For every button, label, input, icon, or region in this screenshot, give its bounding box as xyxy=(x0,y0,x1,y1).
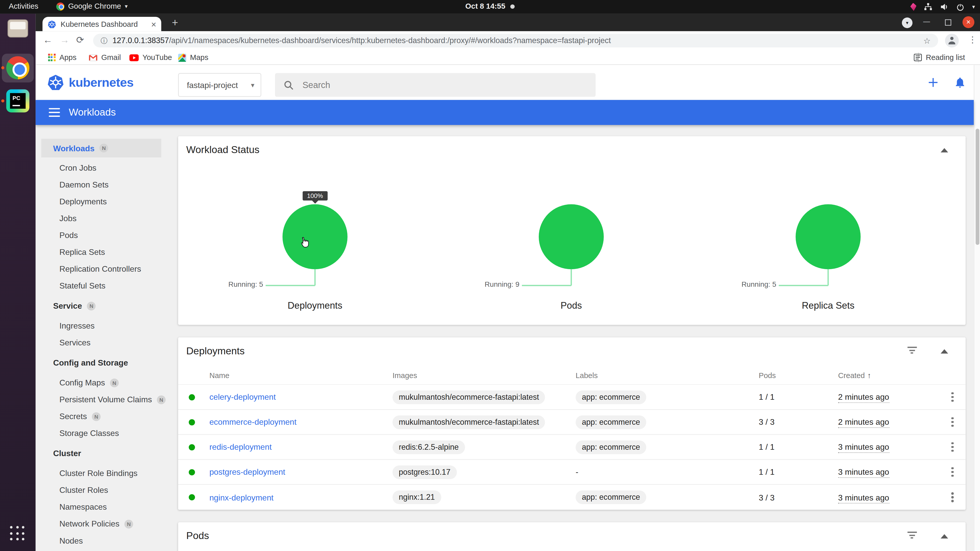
sidebar-item-config-maps[interactable]: Config MapsN xyxy=(36,374,178,391)
sidebar-item-replication-controllers[interactable]: Replication Controllers xyxy=(36,260,178,277)
sidebar-item-cluster-roles[interactable]: Cluster Roles xyxy=(36,482,178,499)
gmail-icon xyxy=(89,54,97,61)
bookmark-gmail[interactable]: Gmail xyxy=(89,50,121,65)
filter-icon[interactable] xyxy=(907,532,917,540)
workload-chart-pods[interactable]: Running: 9 Pods xyxy=(496,161,646,318)
search-bar[interactable] xyxy=(275,73,596,97)
sidebar-item-storage-classes[interactable]: Storage Classes xyxy=(36,425,178,441)
page-scrollbar[interactable] xyxy=(974,65,980,551)
namespace-selector[interactable]: fastapi-project ▾ xyxy=(178,73,261,97)
status-ok-icon xyxy=(189,394,195,400)
maps-icon xyxy=(178,53,186,62)
sidebar-item-stateful-sets[interactable]: Stateful Sets xyxy=(36,277,178,294)
files-app-icon[interactable] xyxy=(7,19,28,38)
show-applications-button[interactable] xyxy=(10,526,25,541)
url-bar[interactable]: ⓘ 127.0.0.1:38357/api/v1/namespaces/kube… xyxy=(93,34,938,48)
search-icon xyxy=(284,79,294,90)
tab-close-icon[interactable]: × xyxy=(151,20,156,28)
created-age: 3 minutes ago xyxy=(838,492,889,503)
deployments-pie[interactable] xyxy=(283,204,348,269)
search-input[interactable] xyxy=(302,80,587,90)
profile-avatar[interactable] xyxy=(945,34,959,48)
pycharm-app-icon[interactable]: PC xyxy=(6,89,29,113)
pods-count: 1 / 1 xyxy=(759,392,838,402)
sidebar-item-service[interactable]: ServiceN xyxy=(36,297,178,314)
deployment-link[interactable]: redis-deployment xyxy=(209,442,272,452)
sidebar-item-cron-jobs[interactable]: Cron Jobs xyxy=(36,159,178,176)
kebab-menu-icon[interactable] xyxy=(948,467,958,477)
kebab-menu-icon[interactable] xyxy=(948,442,958,452)
deployment-link[interactable]: postgres-deployment xyxy=(209,467,285,477)
kebab-menu-icon[interactable] xyxy=(948,417,958,427)
sidebar-item-network-policies[interactable]: Network PoliciesN xyxy=(36,515,178,532)
deployment-link[interactable]: nginx-deployment xyxy=(209,492,273,502)
activities-button[interactable]: Activities xyxy=(9,2,38,11)
pycharm-logo: PC xyxy=(10,93,25,109)
bookmark-youtube[interactable]: YouTube xyxy=(129,50,172,65)
kubernetes-brand[interactable]: kubernetes xyxy=(47,74,134,91)
new-tab-button[interactable]: + xyxy=(172,19,178,27)
bookmark-star-icon[interactable]: ☆ xyxy=(923,36,931,45)
sidebar-label: Ingresses xyxy=(59,321,95,330)
column-header-created[interactable]: Created↑ xyxy=(838,371,948,380)
sidebar-label: Nodes xyxy=(59,536,83,545)
column-header-images[interactable]: Images xyxy=(393,371,576,380)
sidebar-item-replica-sets[interactable]: Replica Sets xyxy=(36,244,178,260)
collapse-caret-icon[interactable] xyxy=(941,148,948,152)
sidebar-item-cluster-role-bindings[interactable]: Cluster Role Bindings xyxy=(36,465,178,482)
tab-search-button[interactable]: ▾ xyxy=(902,17,913,28)
bookmark-maps[interactable]: Maps xyxy=(178,50,208,65)
scrollbar-thumb[interactable] xyxy=(975,129,979,245)
workload-chart-replica-sets[interactable]: Running: 5 Replica Sets xyxy=(753,161,903,318)
table-row: ecommerce-deployment mukulmantosh/ecomme… xyxy=(178,410,966,435)
sidebar-item-workloads[interactable]: WorkloadsN xyxy=(41,139,161,157)
column-header-pods[interactable]: Pods xyxy=(759,371,838,380)
sidebar-item-daemon-sets[interactable]: Daemon Sets xyxy=(36,176,178,193)
deployment-link[interactable]: celery-deployment xyxy=(209,392,275,402)
kebab-menu-icon[interactable] xyxy=(948,492,958,502)
site-info-icon[interactable]: ⓘ xyxy=(100,36,107,45)
notifications-bell-icon[interactable] xyxy=(954,76,966,89)
clock-menu[interactable]: Oct 8 14:55 xyxy=(465,2,515,11)
created-age: 3 minutes ago xyxy=(838,442,889,453)
kebab-menu-icon[interactable] xyxy=(948,392,958,402)
bookmark-apps[interactable]: Apps xyxy=(48,50,76,65)
sidebar-label: Namespaces xyxy=(59,502,107,512)
tab-kubernetes-dashboard[interactable]: Kubernetes Dashboard × xyxy=(43,17,161,31)
reading-list-button[interactable]: Reading list xyxy=(914,50,965,65)
replica-sets-pie[interactable] xyxy=(796,204,861,269)
chrome-app-icon[interactable] xyxy=(6,56,29,79)
reload-icon[interactable]: ⟳ xyxy=(76,35,84,46)
bookmark-label: Gmail xyxy=(101,53,121,62)
forward-icon[interactable]: → xyxy=(60,35,69,45)
sidebar-item-persistent-volume-claims[interactable]: Persistent Volume ClaimsN xyxy=(36,391,178,408)
system-status-area[interactable]: ▾ xyxy=(910,0,975,14)
sidebar-item-jobs[interactable]: Jobs xyxy=(36,210,178,227)
table-header-row: Name Images Labels Pods Created↑ xyxy=(178,366,966,385)
back-icon[interactable]: ← xyxy=(43,35,52,45)
sidebar-item-secrets[interactable]: SecretsN xyxy=(36,408,178,425)
browser-menu-icon[interactable]: ⋮ xyxy=(968,35,977,44)
sidebar-item-services[interactable]: Services xyxy=(36,334,178,351)
pods-pie[interactable] xyxy=(539,204,604,269)
collapse-caret-icon[interactable] xyxy=(941,534,948,538)
column-header-labels[interactable]: Labels xyxy=(576,371,759,380)
sidebar-item-pods[interactable]: Pods xyxy=(36,227,178,244)
hamburger-menu-icon[interactable] xyxy=(49,108,60,117)
window-minimize-button[interactable]: — xyxy=(923,17,930,25)
deployment-link[interactable]: ecommerce-deployment xyxy=(209,417,297,427)
window-close-button[interactable]: × xyxy=(963,16,974,28)
sidebar-item-namespaces[interactable]: Namespaces xyxy=(36,499,178,515)
filter-icon[interactable] xyxy=(907,347,917,355)
image-chip: postgres:10.17 xyxy=(393,465,457,479)
window-restore-button[interactable] xyxy=(945,19,951,25)
column-header-name[interactable]: Name xyxy=(209,371,393,380)
focused-app-menu[interactable]: Google Chrome ▾ xyxy=(56,2,127,11)
workload-chart-deployments[interactable]: 100% Running: 5 Deployments xyxy=(240,161,390,318)
sidebar-item-ingresses[interactable]: Ingresses xyxy=(36,318,178,334)
create-resource-icon[interactable] xyxy=(928,77,939,88)
collapse-caret-icon[interactable] xyxy=(941,349,948,354)
sidebar-item-nodes[interactable]: Nodes xyxy=(36,532,178,549)
sidebar-item-deployments[interactable]: Deployments xyxy=(36,193,178,210)
pods-count: 3 / 3 xyxy=(759,417,838,427)
